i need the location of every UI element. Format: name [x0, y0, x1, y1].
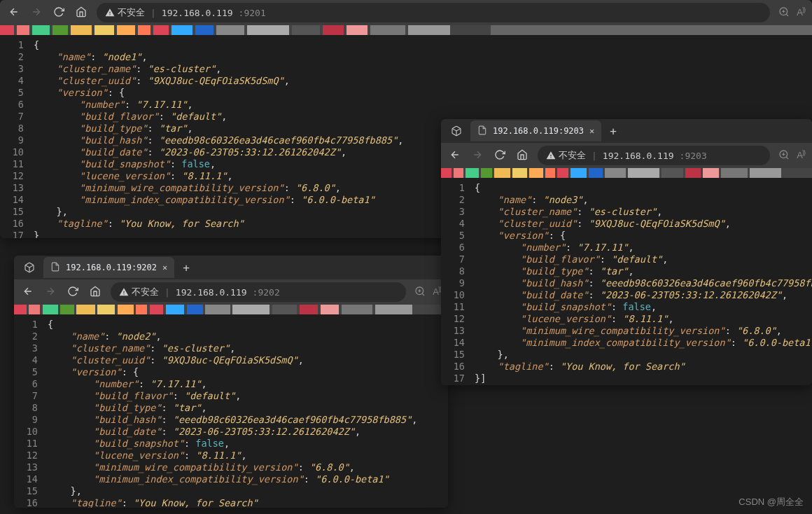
code-line: 3 "cluster_name": "es-cluster", — [14, 342, 448, 354]
read-aloud-icon[interactable]: A)) — [797, 6, 805, 20]
address-bar[interactable]: 不安全 | 192.168.0.119:9202 — [111, 282, 406, 302]
code-line: 1{ — [14, 319, 448, 331]
read-aloud-icon[interactable]: A)) — [797, 149, 805, 162]
code-line: 2 "name": "node3", — [441, 194, 812, 206]
code-line: 6 "number": "7.17.11", — [14, 378, 448, 390]
line-number: 15 — [0, 206, 34, 218]
line-number: 13 — [14, 461, 48, 473]
line-number: 17 — [0, 230, 34, 238]
browser-tab[interactable]: 192.168.0.119:9202 ✕ — [43, 257, 174, 278]
tab-title: 192.168.0.119:9202 — [66, 263, 157, 272]
code-line: 15 }, — [441, 349, 812, 361]
line-number: 9 — [0, 134, 34, 146]
browser-tab[interactable]: 192.168.0.119:9203 ✕ — [470, 120, 601, 141]
address-bar[interactable]: 不安全 | 192.168.0.119:9201 — [97, 3, 770, 22]
line-number: 5 — [441, 230, 475, 242]
line-number: 17 — [441, 373, 475, 384]
watermark: CSDN @周全全 — [738, 496, 804, 508]
line-number: 10 — [0, 146, 34, 158]
code-line: 13 "minimum_wire_compatibility_version":… — [14, 461, 448, 473]
home-button[interactable] — [88, 286, 102, 299]
code-line: 4 "cluster_uuid": "9XQJ8uc-QEqFOiaSK5dSm… — [0, 75, 812, 87]
home-button[interactable] — [74, 6, 88, 20]
code-line: 2 "name": "node2", — [14, 331, 448, 342]
not-secure-warning: 不安全 — [105, 6, 145, 19]
line-number: 14 — [441, 337, 475, 349]
tab-bar: 192.168.0.119:9202 ✕ + — [14, 256, 448, 279]
separator: | — [592, 151, 597, 161]
code-line: 8 "build_type": "tar", — [441, 265, 812, 277]
zoom-icon[interactable] — [778, 6, 790, 20]
line-number: 3 — [441, 206, 475, 218]
line-number: 8 — [441, 265, 475, 277]
json-viewer: 1{2 "name": "node3",3 "cluster_name": "e… — [441, 178, 812, 385]
code-line: 10 "build_date": "2023-06-23T05:33:12.26… — [14, 426, 448, 438]
close-tab-icon[interactable]: ✕ — [589, 126, 594, 136]
json-viewer: 1{2 "name": "node2",3 "cluster_name": "e… — [14, 314, 448, 508]
read-aloud-icon[interactable]: A)) — [433, 286, 441, 299]
address-bar[interactable]: 不安全 | 192.168.0.119:9203 — [538, 146, 770, 165]
new-tab-button[interactable]: + — [606, 125, 621, 138]
code-line: 4 "cluster_uuid": "9XQJ8uc-QEqFOiaSK5dSm… — [14, 354, 448, 366]
line-number: 6 — [14, 378, 48, 390]
svg-line-17 — [786, 157, 788, 159]
code-line: 3 "cluster_name": "es-cluster", — [441, 206, 812, 218]
line-number: 9 — [441, 277, 475, 289]
refresh-button[interactable] — [52, 6, 66, 20]
back-button[interactable] — [448, 149, 462, 162]
code-line: 15 }, — [14, 485, 448, 497]
url-host: 192.168.0.119 — [176, 287, 247, 298]
line-number: 4 — [14, 354, 48, 366]
line-number: 2 — [14, 331, 48, 342]
line-number: 14 — [14, 473, 48, 485]
forward-button[interactable] — [470, 149, 484, 162]
code-line: 5 "version": { — [441, 230, 812, 242]
code-line: 13 "minimum_wire_compatibility_version":… — [441, 325, 812, 337]
zoom-icon[interactable] — [414, 286, 426, 299]
close-tab-icon[interactable]: ✕ — [162, 263, 167, 272]
new-tab-button[interactable]: + — [178, 261, 194, 275]
line-number: 5 — [14, 366, 48, 378]
line-number: 10 — [441, 289, 475, 301]
code-line: 11 "build_snapshot": false, — [14, 438, 448, 450]
tab-title: 192.168.0.119:9203 — [493, 126, 584, 136]
code-line: 4 "cluster_uuid": "9XQJ8uc-QEqFOiaSK5dSm… — [441, 218, 812, 230]
code-line: 16 "tagline": "You Know, for Search" — [441, 361, 812, 373]
url-port: :9201 — [239, 8, 266, 18]
line-number: 5 — [0, 87, 34, 99]
app-icon — [447, 125, 466, 137]
not-secure-warning: 不安全 — [546, 149, 586, 162]
back-button[interactable] — [7, 6, 21, 20]
color-bar — [441, 168, 812, 178]
url-host: 192.168.0.119 — [162, 8, 233, 18]
code-line: 10 "build_date": "2023-06-23T05:33:12.26… — [441, 289, 812, 301]
line-number: 16 — [441, 361, 475, 373]
line-number: 8 — [0, 123, 34, 134]
forward-button[interactable] — [29, 6, 43, 20]
line-number: 2 — [0, 51, 34, 63]
line-number: 15 — [441, 349, 475, 361]
url-port: :9202 — [253, 287, 280, 298]
line-number: 16 — [0, 218, 34, 230]
line-number: 4 — [0, 75, 34, 87]
zoom-icon[interactable] — [778, 149, 790, 162]
refresh-button[interactable] — [493, 149, 507, 162]
line-number: 12 — [0, 170, 34, 182]
nav-toolbar: 不安全 | 192.168.0.119:9203 A)) — [441, 143, 812, 168]
line-number: 10 — [14, 426, 48, 438]
home-button[interactable] — [515, 149, 529, 162]
line-number: 13 — [0, 182, 34, 194]
code-line: 8 "build_type": "tar", — [14, 402, 448, 414]
code-line: 3 "cluster_name": "es-cluster", — [0, 63, 812, 75]
code-line: 5 "version": { — [0, 87, 812, 99]
line-number: 2 — [441, 194, 475, 206]
code-line: 9 "build_hash": "eeedb98c60326ea3d46caef… — [441, 277, 812, 289]
document-icon — [477, 125, 487, 137]
forward-button[interactable] — [43, 286, 57, 299]
tab-bar: 192.168.0.119:9203 ✕ + — [441, 119, 812, 143]
refresh-button[interactable] — [66, 286, 80, 299]
back-button[interactable] — [21, 286, 35, 299]
code-line: 2 "name": "node1", — [0, 51, 812, 63]
separator: | — [150, 8, 156, 18]
line-number: 13 — [441, 325, 475, 337]
